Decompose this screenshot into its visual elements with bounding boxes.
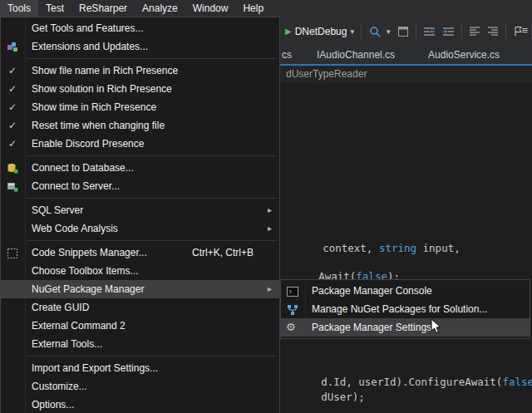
menu-item-nuget-package-manager[interactable]: NuGet Package Manager ▸ [1, 280, 279, 298]
menu-item-label: Get Tools and Features... [32, 22, 144, 34]
menu-item-label: Create GUID [32, 302, 89, 313]
menu-item-label: Package Manager Console [312, 285, 432, 297]
debug-target-label: DNetDebug [295, 26, 347, 37]
toolbar-separator [505, 24, 506, 39]
menu-item-external-command-2[interactable]: External Command 2 [1, 317, 279, 335]
menu-item-sql-server[interactable]: SQL Server ▸ [1, 201, 279, 219]
checkmark-icon: ✓ [8, 98, 17, 116]
menu-item-label: External Command 2 [32, 320, 126, 332]
toolbar-overflow-icon[interactable]: ≡ [521, 24, 528, 37]
comment-icon[interactable] [469, 24, 480, 39]
menu-item-label: Connect to Database... [32, 162, 134, 174]
menubar-resharper[interactable]: ReSharper [71, 0, 135, 17]
server-icon [7, 180, 18, 192]
menu-item-customize[interactable]: Customize... [1, 377, 279, 396]
submenu-item-package-manager-settings[interactable]: ⚙ Package Manager Settings [281, 318, 530, 337]
code-keyword: false [502, 376, 532, 388]
gear-icon: ⚙ [286, 318, 296, 337]
menu-item-options[interactable]: Options... [1, 396, 279, 413]
tab-audioservice[interactable]: AudioService.cs [411, 46, 516, 66]
menubar-help[interactable]: Help [235, 0, 271, 17]
menu-item-choose-toolbox-items[interactable]: Choose Toolbox Items... [1, 262, 279, 280]
menu-item-label: Code Snippets Manager... [32, 247, 147, 258]
extensions-icon [7, 41, 18, 52]
menu-item-extensions-and-updates[interactable]: Extensions and Updates... [1, 37, 279, 56]
menu-item-label: NuGet Package Manager [32, 283, 144, 295]
nuget-packages-icon [287, 303, 298, 315]
menu-item-code-snippets-manager[interactable]: Code Snippets Manager... Ctrl+K, Ctrl+B [1, 243, 279, 262]
mouse-cursor [431, 318, 442, 338]
code-text: context, [323, 242, 379, 254]
menu-item-label: External Tools... [32, 338, 102, 350]
code-keyword: string [379, 242, 416, 254]
menu-item-external-tools[interactable]: External Tools... [1, 335, 279, 353]
menu-item-enable-discord-presence[interactable]: ✓ Enable Discord Presence [1, 135, 279, 153]
menu-item-label: Show solution in Rich Presence [32, 83, 172, 95]
checkmark-icon: ✓ [8, 80, 17, 98]
menu-item-label: Show time in Rich Presence [32, 101, 156, 113]
menu-item-connect-to-database[interactable]: Connect to Database... [1, 159, 279, 177]
play-icon: ▶ [285, 27, 292, 36]
menu-item-label: Connect to Server... [32, 180, 120, 192]
submenu-arrow-icon: ▸ [268, 201, 272, 219]
chevron-down-icon: ▾ [350, 28, 354, 36]
menu-item-label: Reset time when changing file [32, 120, 165, 131]
find-button[interactable]: ▾ [368, 24, 391, 39]
submenu-arrow-icon: ▸ [268, 280, 272, 298]
indent-icon[interactable] [442, 24, 455, 39]
toolbar-separator [361, 24, 362, 39]
menu-item-import-and-export-settings[interactable]: Import and Export Settings... [1, 359, 279, 377]
menu-item-label: Show file name in Rich Presence [32, 65, 178, 76]
menu-item-web-code-analysis[interactable]: Web Code Analysis ▸ [1, 219, 279, 238]
menu-item-label: Extensions and Updates... [32, 41, 148, 52]
menu-separator [27, 155, 278, 156]
menu-item-show-solution-rich-presence[interactable]: ✓ Show solution in Rich Presence [1, 80, 279, 98]
menu-item-label: Manage NuGet Packages for Solution... [312, 303, 487, 315]
tab-iaudiochannel[interactable]: IAudioChannel.cs [300, 46, 411, 66]
navbar-member-dropdown[interactable]: dUserTypeReader [286, 68, 367, 80]
checkmark-icon: ✓ [8, 61, 17, 80]
menu-separator [27, 240, 278, 241]
menu-item-reset-time-when-changing-file[interactable]: ✓ Reset time when changing file [1, 116, 279, 135]
menubar-analyze[interactable]: Analyze [135, 0, 185, 17]
submenu-item-package-manager-console[interactable]: Package Manager Console [281, 282, 530, 300]
chevron-down-icon: ▾ [387, 28, 391, 36]
menu-item-get-tools-and-features[interactable]: Get Tools and Features... [1, 19, 279, 37]
submenu-item-manage-nuget-packages[interactable]: Manage NuGet Packages for Solution... [281, 300, 530, 318]
code-text: dUser); [321, 391, 365, 403]
toolbar-separator [416, 24, 416, 39]
menubar-window[interactable]: Window [185, 0, 236, 17]
toolbar-separator [461, 24, 462, 39]
menu-item-label: Choose Toolbox Items... [32, 265, 139, 277]
checkmark-icon: ✓ [8, 116, 17, 135]
tools-menu: Get Tools and Features... Extensions and… [0, 17, 280, 413]
menu-bar: Tools Test ReSharper Analyze Window Help [0, 0, 532, 17]
tab-document-partial[interactable]: cs [280, 46, 300, 66]
menubar-tools[interactable]: Tools [0, 0, 38, 17]
menu-item-connect-to-server[interactable]: Connect to Server... [1, 177, 279, 195]
console-icon [287, 285, 298, 297]
debug-target-button[interactable]: ▶ DNetDebug ▾ [285, 26, 354, 37]
menu-item-show-file-name-rich-presence[interactable]: ✓ Show file name in Rich Presence [1, 61, 279, 80]
menu-item-label: Package Manager Settings [312, 322, 431, 333]
database-icon [7, 162, 18, 174]
menu-separator [27, 198, 278, 199]
menu-item-label: Customize... [32, 381, 87, 392]
menubar-test[interactable]: Test [38, 0, 71, 17]
outdent-icon[interactable] [423, 24, 436, 39]
menu-item-label: Web Code Analysis [32, 223, 118, 234]
submenu-arrow-icon: ▸ [268, 219, 272, 238]
uncomment-icon[interactable] [487, 24, 499, 39]
menu-item-show-time-rich-presence[interactable]: ✓ Show time in Rich Presence [1, 98, 279, 116]
snippets-icon [7, 247, 18, 258]
menu-item-label: Import and Export Settings... [32, 362, 158, 374]
code-text: input, [416, 242, 461, 254]
menu-item-create-guid[interactable]: Create GUID [1, 298, 279, 317]
menu-separator [27, 356, 278, 356]
magnifier-icon [368, 24, 383, 39]
code-line: se); [285, 403, 347, 413]
vs-window: Tools Test ReSharper Analyze Window Help… [0, 0, 532, 413]
menu-item-label: SQL Server [32, 204, 83, 216]
frame-icon[interactable] [397, 24, 408, 39]
menu-separator [27, 58, 278, 59]
